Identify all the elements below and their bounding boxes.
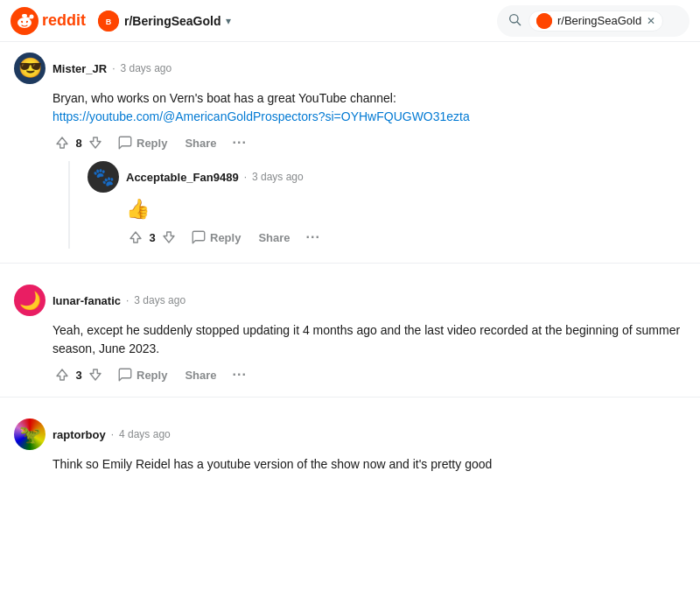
dot-separator: ·	[111, 428, 114, 440]
downvote-icon	[88, 367, 103, 383]
dot-separator: ·	[112, 62, 115, 74]
timestamp: 3 days ago	[252, 171, 304, 183]
avatar[interactable]: 😎	[14, 53, 46, 84]
avatar[interactable]: 🌙	[14, 285, 46, 316]
thread-divider	[0, 397, 700, 397]
comment-header: 😎 Mister_JR · 3 days ago	[14, 53, 686, 84]
search-pill-label: r/BeringSeaGold	[557, 14, 641, 27]
comment-text: Yeah, except he suddenly stopped updatin…	[52, 321, 686, 358]
upvote-icon	[128, 229, 144, 245]
downvote-button[interactable]	[86, 133, 105, 152]
reply-icon	[117, 135, 133, 151]
upvote-button[interactable]	[52, 365, 72, 384]
comment-thread-raptor: 🦖 raptorboy · 4 days ago Think so Emily …	[0, 408, 700, 479]
vote-section: 3	[52, 365, 105, 384]
comment: 😎 Mister_JR · 3 days ago Bryan, who work…	[14, 53, 686, 252]
dot-separator: ·	[126, 294, 129, 306]
downvote-button[interactable]	[86, 365, 105, 384]
upvote-button[interactable]	[126, 228, 145, 247]
reply-icon	[191, 229, 206, 245]
comments-section: 😎 Mister_JR · 3 days ago Bryan, who work…	[0, 42, 700, 479]
upvote-icon	[54, 367, 70, 383]
comment-body: Yeah, except he suddenly stopped updatin…	[52, 321, 686, 386]
comment-actions: 3	[126, 226, 686, 249]
vote-count: 3	[149, 231, 156, 244]
comment-meta: Acceptable_Fan9489 · 3 days ago	[126, 171, 304, 184]
thread-divider	[0, 263, 700, 264]
downvote-icon	[161, 229, 177, 245]
reddit-wordmark: reddit	[42, 11, 86, 30]
subreddit-avatar: B	[98, 11, 119, 32]
reply-button[interactable]: Reply	[112, 131, 172, 154]
share-button[interactable]: Share	[179, 365, 221, 385]
comment-header: 🦖 raptorboy · 4 days ago	[14, 419, 686, 450]
search-subreddit-pill: r/BeringSeaGold ✕	[528, 11, 663, 32]
comment-text: Bryan, who works on Vern's boat has a gr…	[52, 89, 686, 126]
comment-body: 👍 3	[126, 198, 686, 249]
search-close-icon[interactable]: ✕	[647, 15, 655, 27]
comment: 🐾 Acceptable_Fan9489 · 3 days ago 👍	[88, 161, 686, 249]
avatar[interactable]: 🦖	[14, 419, 46, 450]
search-pill-avatar	[536, 13, 552, 29]
comment-link[interactable]: https://youtube.com/@AmericanGoldProspec…	[52, 109, 470, 123]
svg-text:B: B	[106, 18, 112, 26]
vote-section: 3	[126, 228, 178, 247]
vote-section: 8	[52, 133, 105, 152]
search-icon	[508, 12, 522, 29]
comment-text: Think so Emily Reidel has a youtube vers…	[52, 455, 686, 474]
comment-body: Think so Emily Reidel has a youtube vers…	[52, 455, 686, 479]
svg-point-13	[536, 13, 552, 29]
reply-button[interactable]: Reply	[186, 226, 246, 249]
svg-line-12	[517, 22, 521, 25]
dot-separator: ·	[244, 171, 247, 183]
username[interactable]: Acceptable_Fan9489	[126, 171, 239, 184]
reply-button[interactable]: Reply	[112, 363, 172, 386]
timestamp: 3 days ago	[120, 62, 172, 74]
avatar[interactable]: 🐾	[88, 161, 119, 193]
username[interactable]: raptorboy	[52, 428, 106, 441]
comment-body: Bryan, who works on Vern's boat has a gr…	[52, 89, 686, 252]
comment-actions: 8 Reply Share	[52, 131, 686, 154]
timestamp: 4 days ago	[119, 428, 171, 440]
nested-comment: 🐾 Acceptable_Fan9489 · 3 days ago 👍	[68, 161, 686, 249]
username[interactable]: Mister_JR	[52, 62, 107, 75]
reply-icon	[117, 367, 133, 383]
comment-meta: raptorboy · 4 days ago	[52, 428, 171, 441]
comment-meta: lunar-fanatic · 3 days ago	[52, 294, 186, 307]
more-options-button[interactable]: ···	[229, 133, 250, 152]
comment-thread-mister-jr: 😎 Mister_JR · 3 days ago Bryan, who work…	[0, 42, 700, 252]
emoji-reaction: 👍	[126, 198, 686, 221]
search-bar[interactable]: r/BeringSeaGold ✕	[497, 5, 690, 37]
comment-header: 🌙 lunar-fanatic · 3 days ago	[14, 285, 686, 316]
downvote-icon	[88, 135, 103, 151]
timestamp: 3 days ago	[134, 294, 186, 306]
comment-header: 🐾 Acceptable_Fan9489 · 3 days ago	[88, 161, 686, 193]
upvote-icon	[54, 135, 70, 151]
chevron-down-icon[interactable]: ▾	[226, 15, 231, 27]
username[interactable]: lunar-fanatic	[52, 294, 121, 307]
more-options-button[interactable]: ···	[303, 228, 324, 247]
svg-rect-8	[22, 14, 27, 18]
comment-meta: Mister_JR · 3 days ago	[52, 62, 172, 75]
share-button[interactable]: Share	[179, 133, 221, 153]
upvote-button[interactable]	[52, 133, 72, 152]
comment: 🌙 lunar-fanatic · 3 days ago Yeah, excep…	[14, 285, 686, 386]
subreddit-nav[interactable]: B r/BeringSeaGold ▾	[98, 11, 231, 32]
comment: 🦖 raptorboy · 4 days ago Think so Emily …	[14, 419, 686, 479]
reddit-logo[interactable]: reddit	[10, 7, 86, 35]
more-options-button[interactable]: ···	[229, 365, 250, 384]
reddit-snoo-icon	[10, 7, 38, 35]
app-header: reddit B r/BeringSeaGold ▾ r/BeringSeaGo…	[0, 0, 700, 42]
svg-line-5	[24, 18, 31, 18]
vote-count: 8	[75, 137, 82, 150]
vote-count: 3	[75, 369, 82, 382]
comment-thread-lunar: 🌙 lunar-fanatic · 3 days ago Yeah, excep…	[0, 274, 700, 386]
subreddit-name: r/BeringSeaGold	[124, 14, 220, 28]
comment-actions: 3 Reply Share	[52, 363, 686, 386]
downvote-button[interactable]	[159, 228, 178, 247]
share-button[interactable]: Share	[253, 228, 295, 248]
